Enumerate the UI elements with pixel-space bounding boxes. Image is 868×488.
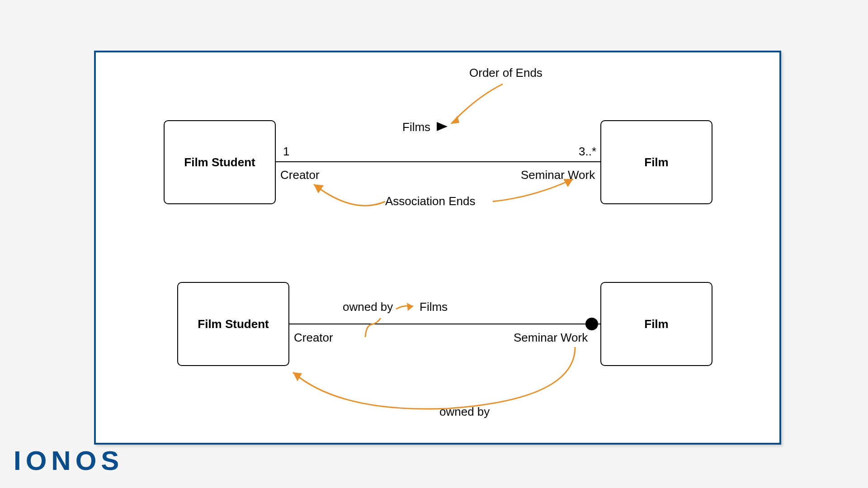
class-label: Film Student <box>198 317 269 331</box>
owned-by-label-top: owned by <box>343 300 393 314</box>
class-film-2: Film <box>600 282 712 366</box>
class-film-student-1: Film Student <box>164 120 276 204</box>
class-film-1: Film <box>600 120 712 204</box>
svg-marker-2 <box>314 184 324 193</box>
arrow-association-end-left <box>308 179 390 220</box>
role-right-2: Seminar Work <box>514 331 588 345</box>
arrow-order-of-ends <box>448 80 521 129</box>
association-name-2: Films <box>420 300 448 314</box>
annotation-order-of-ends: Order of Ends <box>469 66 542 80</box>
multiplicity-right-1: 3..* <box>579 145 596 159</box>
role-left-2: Creator <box>294 331 333 345</box>
svg-marker-1 <box>451 116 459 124</box>
class-label: Film Student <box>184 155 255 169</box>
class-label: Film <box>644 155 668 169</box>
arrow-owned-by-long <box>286 345 584 422</box>
role-left-1: Creator <box>280 168 320 182</box>
arrow-owned-by-to-films <box>395 302 418 314</box>
association-name-1: Films <box>402 120 430 134</box>
direction-triangle-icon <box>437 121 449 132</box>
svg-marker-5 <box>407 303 413 311</box>
class-label: Film <box>644 317 668 331</box>
owned-by-label-bottom: owned by <box>439 405 490 419</box>
role-right-1: Seminar Work <box>521 168 595 182</box>
annotation-association-ends: Association Ends <box>385 194 475 208</box>
association-line-1 <box>275 161 600 162</box>
arrow-creator-hook <box>363 314 385 342</box>
svg-marker-0 <box>437 122 448 131</box>
diagram-frame: Film Student Film Films 1 3..* Creator S… <box>94 51 781 445</box>
class-film-student-2: Film Student <box>177 282 289 366</box>
multiplicity-left-1: 1 <box>283 145 289 159</box>
ionos-logo: IONOS <box>14 445 123 476</box>
svg-marker-6 <box>293 372 302 381</box>
association-line-2 <box>288 324 600 324</box>
